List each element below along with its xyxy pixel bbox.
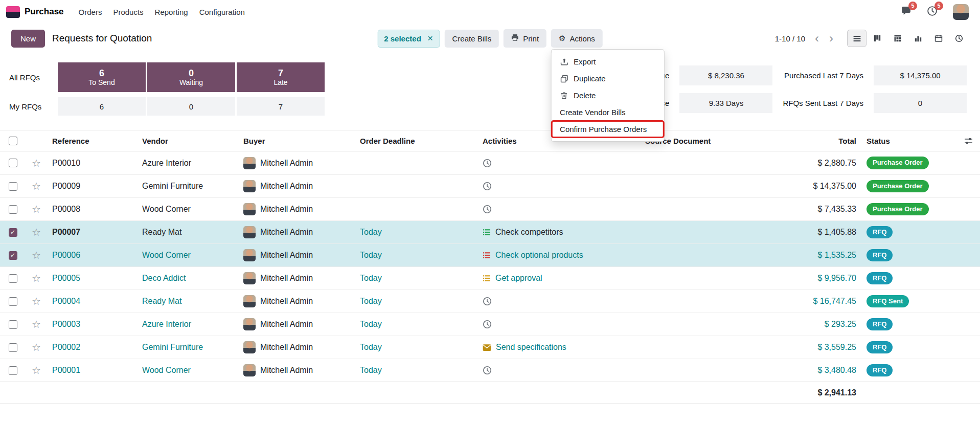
activity-cell[interactable]: Send specifications — [477, 343, 640, 352]
pager-next-button[interactable]: › — [825, 32, 838, 45]
table-row-P00005[interactable]: ☆P00005Deco AddictMitchell AdminTodayGet… — [0, 267, 980, 290]
row-checkbox[interactable] — [9, 182, 17, 191]
activity-cell[interactable] — [477, 182, 640, 191]
table-row-P00007[interactable]: ✓☆P00007Ready MatMitchell AdminTodayChec… — [0, 220, 980, 243]
list-yellow-icon[interactable] — [483, 274, 491, 282]
activities-button[interactable]: 5 — [927, 6, 938, 18]
favorite-star-icon[interactable]: ☆ — [32, 250, 41, 260]
reference-cell[interactable]: P00004 — [47, 297, 137, 306]
clock-icon[interactable] — [483, 320, 492, 329]
reference-cell[interactable]: P00010 — [47, 159, 137, 168]
view-activity-button[interactable] — [949, 30, 969, 47]
activity-cell[interactable] — [477, 366, 640, 375]
column-header-reference[interactable]: Reference — [47, 137, 137, 145]
reference-cell[interactable]: P00006 — [47, 251, 137, 260]
table-row-P00006[interactable]: ✓☆P00006Wood CornerMitchell AdminTodayCh… — [0, 243, 980, 267]
menu-item-export[interactable]: Export — [552, 53, 664, 70]
view-calendar-button[interactable] — [929, 30, 948, 47]
dash-card-to-send[interactable]: 6 To Send — [58, 62, 146, 92]
row-checkbox[interactable] — [9, 159, 17, 167]
clock-icon[interactable] — [483, 366, 492, 375]
table-row-P00001[interactable]: ☆P00001Wood CornerMitchell AdminToday$ 3… — [0, 359, 980, 382]
activity-cell[interactable] — [477, 205, 640, 214]
activity-cell[interactable] — [477, 297, 640, 306]
select-all-checkbox[interactable] — [9, 137, 17, 145]
favorite-star-icon[interactable]: ☆ — [32, 227, 41, 237]
nav-menu-configuration[interactable]: Configuration — [194, 4, 250, 20]
table-row-P00003[interactable]: ☆P00003Azure InteriorMitchell AdminToday… — [0, 313, 980, 336]
menu-item-delete[interactable]: Delete — [552, 87, 664, 104]
table-row-P00009[interactable]: ☆P00009Gemini FurnitureMitchell Admin$ 1… — [0, 174, 980, 197]
table-row-P00008[interactable]: ☆P00008Wood CornerMitchell Admin$ 7,435.… — [0, 197, 980, 220]
row-checkbox[interactable] — [9, 366, 17, 375]
list-red-icon[interactable] — [483, 251, 491, 259]
column-header-status[interactable]: Status — [861, 137, 956, 145]
reference-cell[interactable]: P00003 — [47, 320, 137, 329]
new-button[interactable]: New — [11, 30, 45, 48]
messages-button[interactable]: 5 — [901, 6, 911, 18]
row-checkbox[interactable]: ✓ — [9, 251, 17, 260]
row-checkbox[interactable] — [9, 320, 17, 329]
dash-card-waiting[interactable]: 0 Waiting — [147, 62, 235, 92]
nav-menu-reporting[interactable]: Reporting — [149, 4, 194, 20]
dash-my-waiting[interactable]: 0 — [147, 97, 235, 116]
clock-icon[interactable] — [483, 159, 492, 168]
print-button[interactable]: Print — [504, 29, 546, 48]
reference-cell[interactable]: P00002 — [47, 343, 137, 352]
adjust-columns-button[interactable] — [956, 137, 980, 145]
view-kanban-button[interactable] — [868, 30, 887, 47]
nav-menu-products[interactable]: Products — [107, 4, 149, 20]
envelope-icon[interactable] — [483, 344, 491, 351]
actions-button[interactable]: ⚙ Actions — [551, 29, 603, 48]
row-checkbox[interactable] — [9, 205, 17, 214]
favorite-star-icon[interactable]: ☆ — [32, 181, 41, 191]
reference-cell[interactable]: P00007 — [47, 228, 137, 237]
favorite-star-icon[interactable]: ☆ — [32, 158, 41, 168]
column-header-total[interactable]: Total — [776, 137, 861, 145]
table-row-P00010[interactable]: ☆P00010Azure InteriorMitchell Admin$ 2,8… — [0, 151, 980, 174]
activity-cell[interactable]: Check optional products — [477, 251, 640, 260]
view-list-button[interactable] — [847, 30, 867, 47]
table-row-P00004[interactable]: ☆P00004Ready MatMitchell AdminToday$ 16,… — [0, 290, 980, 313]
favorite-star-icon[interactable]: ☆ — [32, 296, 41, 306]
nav-menu-orders[interactable]: Orders — [73, 4, 108, 20]
app-switcher[interactable]: Purchase — [6, 6, 64, 18]
clock-icon[interactable] — [483, 297, 492, 306]
dash-card-late[interactable]: 7 Late — [237, 62, 325, 92]
column-header-buyer[interactable]: Buyer — [238, 137, 355, 145]
menu-item-create-vendor-bills[interactable]: Create Vendor Bills — [552, 104, 664, 121]
table-row-P00002[interactable]: ☆P00002Gemini FurnitureMitchell AdminTod… — [0, 336, 980, 359]
activity-cell[interactable]: Get approval — [477, 274, 640, 283]
reference-cell[interactable]: P00009 — [47, 182, 137, 191]
dash-my-late[interactable]: 7 — [237, 97, 325, 116]
favorite-star-icon[interactable]: ☆ — [32, 273, 41, 283]
reference-cell[interactable]: P00005 — [47, 274, 137, 283]
dash-my-to-send[interactable]: 6 — [58, 97, 146, 116]
row-checkbox[interactable] — [9, 343, 17, 352]
menu-item-confirm-purchase-orders[interactable]: Confirm Purchase Orders — [552, 121, 664, 138]
clear-selection-icon[interactable]: ✕ — [427, 34, 434, 42]
row-checkbox[interactable]: ✓ — [9, 228, 17, 237]
user-avatar[interactable] — [953, 4, 969, 20]
activity-cell[interactable]: Check competitors — [477, 228, 640, 237]
view-pivot-button[interactable] — [888, 30, 907, 47]
view-graph-button[interactable] — [908, 30, 928, 47]
clock-icon[interactable] — [483, 205, 492, 214]
favorite-star-icon[interactable]: ☆ — [32, 319, 41, 329]
clock-icon[interactable] — [483, 182, 492, 191]
menu-item-duplicate[interactable]: Duplicate — [552, 70, 664, 87]
row-checkbox[interactable] — [9, 274, 17, 283]
activity-cell[interactable] — [477, 320, 640, 329]
favorite-star-icon[interactable]: ☆ — [32, 342, 41, 352]
favorite-star-icon[interactable]: ☆ — [32, 365, 41, 375]
create-bills-button[interactable]: Create Bills — [445, 30, 499, 48]
column-header-vendor[interactable]: Vendor — [137, 137, 238, 145]
column-header-order-deadline[interactable]: Order Deadline — [355, 137, 477, 145]
pager-previous-button[interactable]: ‹ — [810, 32, 824, 45]
row-checkbox[interactable] — [9, 297, 17, 306]
activity-cell[interactable] — [477, 159, 640, 168]
reference-cell[interactable]: P00001 — [47, 366, 137, 375]
list-green-icon[interactable] — [483, 228, 491, 236]
reference-cell[interactable]: P00008 — [47, 205, 137, 214]
favorite-star-icon[interactable]: ☆ — [32, 204, 41, 214]
